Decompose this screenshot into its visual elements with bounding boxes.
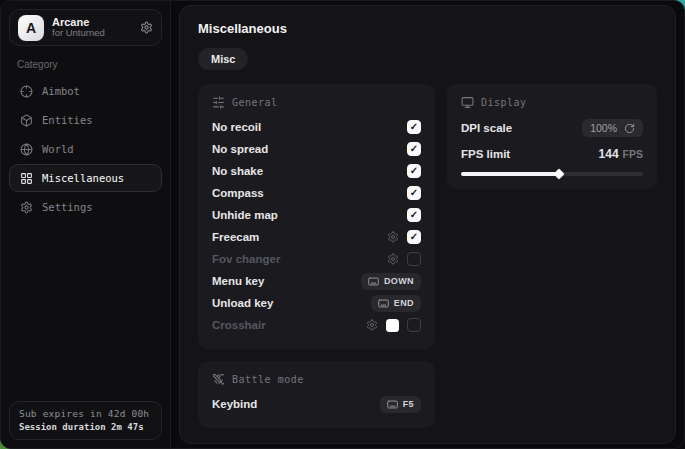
app-header-card: A Arcane for Unturned (9, 9, 162, 46)
section-title-display: Display (481, 97, 527, 108)
setting-row-no-recoil: No recoil (212, 116, 421, 138)
setting-row-no-spread: No spread (212, 138, 421, 160)
setting-label: No spread (212, 143, 268, 155)
setting-label: Compass (212, 187, 264, 199)
slider-thumb[interactable] (554, 168, 565, 179)
crosshair-icon (20, 85, 33, 98)
session-duration-text: Session duration 2m 47s (19, 422, 152, 432)
key-label: F5 (403, 399, 414, 409)
gear-icon[interactable] (140, 21, 153, 34)
subscription-status-card: Sub expires in 42d 00h Session duration … (9, 401, 162, 440)
sidebar-item-label: World (42, 143, 74, 155)
cube-icon (20, 114, 33, 127)
checkbox[interactable] (407, 142, 421, 156)
main-area: Miscellaneous Misc General (171, 1, 684, 448)
app-logo: A (18, 15, 44, 41)
sidebar-nav: Aimbot Entities World Miscellaneous (9, 77, 162, 221)
category-label: Category (17, 59, 154, 70)
general-card: General No recoil No spread (198, 84, 435, 349)
keyboard-icon (378, 299, 389, 308)
dpi-scale-value: 100% (590, 122, 617, 134)
setting-row-freecam: Freecam (212, 226, 421, 248)
checkbox[interactable] (407, 208, 421, 222)
sidebar-item-world[interactable]: World (9, 135, 162, 163)
checkbox[interactable] (407, 252, 421, 266)
setting-label: Unload key (212, 297, 273, 309)
sidebar-item-entities[interactable]: Entities (9, 106, 162, 134)
gear-icon (20, 201, 33, 214)
battle-mode-card: Battle mode Keybind F5 (198, 361, 435, 428)
gear-icon[interactable] (387, 253, 399, 265)
setting-label: Crosshair (212, 319, 266, 331)
fps-limit-unit: FPS (623, 148, 643, 160)
sliders-icon (212, 96, 225, 109)
setting-row-crosshair: Crosshair (212, 314, 421, 336)
sidebar-item-miscellaneous[interactable]: Miscellaneous (9, 164, 162, 192)
sidebar-item-settings[interactable]: Settings (9, 193, 162, 221)
tab-misc[interactable]: Misc (198, 48, 248, 70)
grid-icon (20, 172, 33, 185)
keybind-button[interactable]: DOWN (361, 273, 421, 290)
setting-row-fov-changer: Fov changer (212, 248, 421, 270)
fps-limit-value: 144 (599, 147, 619, 161)
sidebar-item-label: Entities (42, 114, 93, 126)
keybind-button[interactable]: F5 (380, 396, 421, 413)
checkbox[interactable] (407, 186, 421, 200)
keyboard-icon (387, 400, 398, 409)
sidebar: A Arcane for Unturned Category Aimbot (1, 1, 171, 448)
checkbox[interactable] (407, 230, 421, 244)
sidebar-item-aimbot[interactable]: Aimbot (9, 77, 162, 105)
setting-label: Menu key (212, 275, 264, 287)
sub-expires-text: Sub expires in 42d 00h (19, 408, 152, 419)
key-label: END (394, 298, 414, 308)
sidebar-item-label: Settings (42, 201, 93, 213)
color-swatch[interactable] (386, 319, 399, 332)
setting-label: FPS limit (461, 148, 510, 160)
keyboard-icon (368, 277, 379, 286)
app-window: A Arcane for Unturned Category Aimbot (0, 0, 685, 449)
fps-limit-slider[interactable] (461, 172, 643, 176)
setting-label: Unhide map (212, 209, 278, 221)
setting-label: No shake (212, 165, 263, 177)
gear-icon[interactable] (366, 319, 378, 331)
section-title-battle-mode: Battle mode (232, 374, 304, 385)
setting-row-keybind: Keybind F5 (212, 393, 421, 415)
setting-label: DPI scale (461, 122, 512, 134)
section-title-general: General (232, 97, 278, 108)
setting-row-dpi-scale: DPI scale 100% (461, 119, 643, 137)
swords-icon (212, 373, 225, 386)
setting-row-no-shake: No shake (212, 160, 421, 182)
checkbox[interactable] (407, 120, 421, 134)
sidebar-item-label: Miscellaneous (42, 172, 124, 184)
keybind-button[interactable]: END (371, 295, 421, 312)
globe-icon (20, 143, 33, 156)
setting-row-fps-limit: FPS limit 144 FPS (461, 147, 643, 161)
display-card: Display DPI scale 100% (447, 84, 657, 189)
checkbox[interactable] (407, 164, 421, 178)
sidebar-item-label: Aimbot (42, 85, 80, 97)
checkbox[interactable] (407, 318, 421, 332)
setting-row-unhide-map: Unhide map (212, 204, 421, 226)
setting-row-menu-key: Menu key DOWN (212, 270, 421, 292)
page-title: Miscellaneous (198, 21, 657, 36)
setting-label: Keybind (212, 398, 257, 410)
setting-row-compass: Compass (212, 182, 421, 204)
setting-label: No recoil (212, 121, 261, 133)
reset-icon (624, 123, 635, 134)
dpi-scale-select[interactable]: 100% (582, 119, 643, 137)
setting-label: Fov changer (212, 253, 280, 265)
setting-label: Freecam (212, 231, 259, 243)
main-panel: Miscellaneous Misc General (179, 5, 676, 444)
monitor-icon (461, 96, 474, 109)
gear-icon[interactable] (387, 231, 399, 243)
slider-fill (461, 172, 559, 176)
key-label: DOWN (384, 276, 414, 286)
app-subtitle: for Unturned (52, 28, 105, 39)
setting-row-unload-key: Unload key END (212, 292, 421, 314)
